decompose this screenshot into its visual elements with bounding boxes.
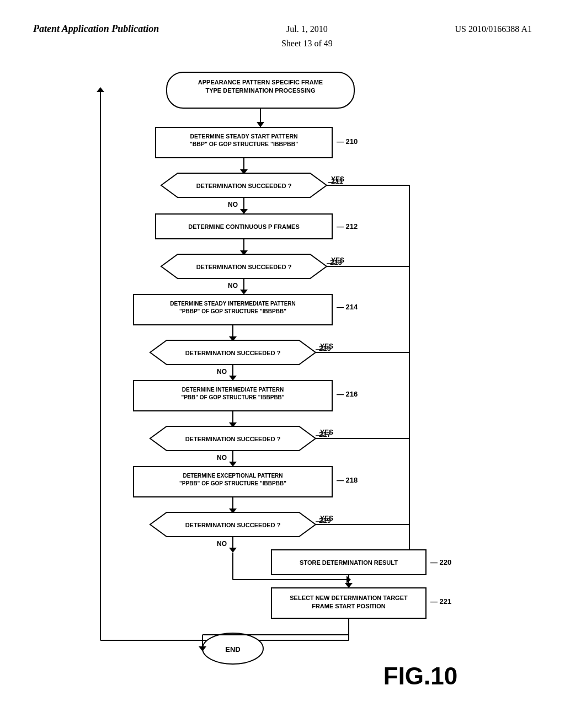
- page: Patent Application Publication Jul. 1, 2…: [0, 0, 565, 728]
- svg-text:SELECT NEW DETERMINATION TARGE: SELECT NEW DETERMINATION TARGET: [290, 595, 408, 601]
- svg-text:YES: YES: [320, 342, 333, 350]
- svg-text:— 221: — 221: [430, 597, 451, 606]
- sheet-info: Sheet 13 of 49: [281, 39, 333, 48]
- svg-marker-78: [229, 548, 237, 553]
- flowchart-diagram: APPEARANCE PATTERN SPECIFIC FRAME TYPE D…: [34, 61, 531, 695]
- svg-text:DETERMINE CONTINUOUS P FRAMES: DETERMINE CONTINUOUS P FRAMES: [188, 223, 299, 230]
- svg-text:NO: NO: [228, 282, 238, 290]
- svg-text:DETERMINATION SUCCEEDED ?: DETERMINATION SUCCEEDED ?: [196, 264, 292, 270]
- svg-text:DETERMINE STEADY INTERMEDIATE : DETERMINE STEADY INTERMEDIATE PATTERN: [170, 301, 296, 307]
- svg-text:NO: NO: [228, 201, 238, 208]
- svg-text:FRAME START POSITION: FRAME START POSITION: [312, 603, 386, 609]
- svg-text:— 218: — 218: [337, 476, 358, 484]
- svg-text:— 212: — 212: [337, 222, 358, 231]
- svg-text:"PPBB" OF GOP STRUCTURE "IBBPB: "PPBB" OF GOP STRUCTURE "IBBPBB": [179, 480, 286, 486]
- svg-text:YES: YES: [331, 256, 344, 264]
- svg-text:TYPE DETERMINATION PROCESSING: TYPE DETERMINATION PROCESSING: [205, 87, 315, 94]
- svg-marker-94: [345, 583, 353, 588]
- svg-text:NO: NO: [217, 454, 227, 462]
- svg-text:YES: YES: [320, 515, 333, 522]
- svg-marker-102: [97, 87, 104, 92]
- svg-text:DETERMINATION SUCCEEDED ?: DETERMINATION SUCCEEDED ?: [185, 522, 281, 528]
- svg-text:STORE DETERMINATION RESULT: STORE DETERMINATION RESULT: [300, 559, 398, 566]
- svg-text:— 214: — 214: [337, 303, 358, 311]
- svg-text:APPEARANCE PATTERN SPECIFIC FR: APPEARANCE PATTERN SPECIFIC FRAME: [198, 79, 323, 85]
- svg-text:YES: YES: [320, 429, 333, 436]
- svg-marker-63: [229, 462, 237, 467]
- svg-text:"PBBP" OF GOP STRUCTURE "IBBPB: "PBBP" OF GOP STRUCTURE "IBBPBB": [179, 308, 286, 314]
- svg-text:DETERMINE STEADY START PATTERN: DETERMINE STEADY START PATTERN: [190, 133, 297, 140]
- svg-text:FIG.10: FIG.10: [383, 662, 458, 689]
- svg-marker-4: [257, 122, 264, 127]
- patent-number: US 2010/0166388 A1: [455, 22, 532, 36]
- svg-marker-48: [229, 376, 237, 381]
- svg-text:— 216: — 216: [337, 390, 358, 398]
- svg-text:— 210: — 210: [337, 137, 358, 146]
- patent-title: Patent Application Publication: [33, 22, 159, 36]
- svg-text:YES: YES: [331, 175, 344, 183]
- svg-text:NO: NO: [217, 540, 227, 548]
- svg-text:DETERMINATION SUCCEEDED ?: DETERMINATION SUCCEEDED ?: [196, 183, 292, 189]
- svg-marker-33: [240, 290, 248, 295]
- header: Patent Application Publication Jul. 1, 2…: [0, 0, 565, 61]
- svg-text:— 220: — 220: [430, 558, 451, 566]
- svg-text:"BBP" OF GOP STRUCTURE "IBBPBB: "BBP" OF GOP STRUCTURE "IBBPBB": [190, 141, 299, 147]
- svg-marker-19: [240, 209, 248, 214]
- svg-text:DETERMINATION SUCCEEDED ?: DETERMINATION SUCCEEDED ?: [185, 350, 281, 356]
- svg-text:NO: NO: [217, 368, 227, 376]
- svg-text:DETERMINE INTERMEDIATE PATTERN: DETERMINE INTERMEDIATE PATTERN: [182, 387, 284, 393]
- svg-text:"PBB" OF GOP STRUCTURE "IBBPBB: "PBB" OF GOP STRUCTURE "IBBPBB": [181, 394, 284, 400]
- svg-text:DETERMINE EXCEPTIONAL PATTERN: DETERMINE EXCEPTIONAL PATTERN: [183, 473, 282, 479]
- pub-date: Jul. 1, 2010: [286, 24, 328, 34]
- header-date-sheet: Jul. 1, 2010 Sheet 13 of 49: [281, 22, 333, 50]
- svg-text:DETERMINATION SUCCEEDED ?: DETERMINATION SUCCEEDED ?: [185, 436, 281, 442]
- svg-text:END: END: [225, 645, 240, 654]
